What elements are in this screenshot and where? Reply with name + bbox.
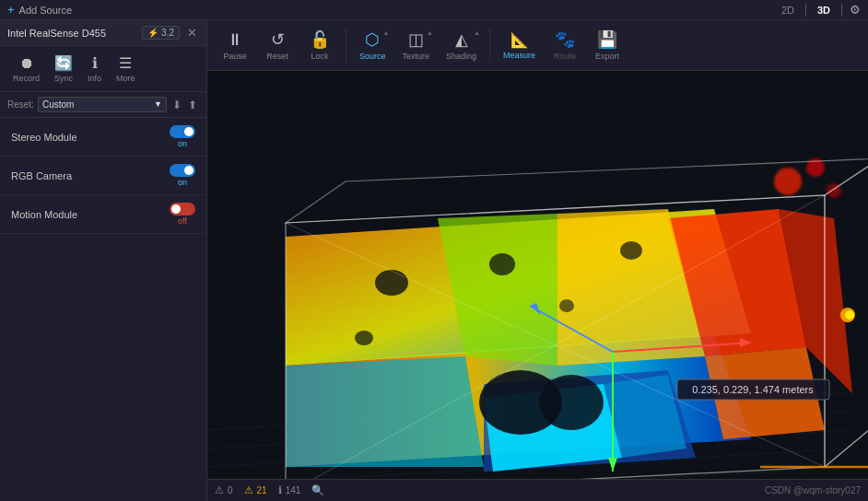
shading-button[interactable]: ◭ Shading ▲	[439, 26, 484, 64]
motion-module-item[interactable]: Motion Module off	[0, 195, 206, 234]
record-label: Record	[13, 74, 40, 83]
svg-text:0.235, 0.229, 1.474 meters: 0.235, 0.229, 1.474 meters	[692, 384, 814, 395]
pause-button[interactable]: ⏸ Pause	[215, 27, 255, 64]
device-bar: Intel RealSense D455 ⚡ 3.2 ✕	[0, 20, 206, 46]
rgb-toggle-track[interactable]	[170, 164, 195, 177]
measure-label: Measure	[503, 51, 535, 60]
btn-3d[interactable]: 3D	[814, 4, 834, 17]
shading-icon: ◭	[455, 29, 468, 50]
sync-icon: 🔄	[54, 54, 73, 72]
more-button[interactable]: ☰ More	[111, 52, 141, 86]
stereo-module-item[interactable]: Stereo Module on	[0, 118, 206, 157]
toolbar-sep-1	[346, 29, 346, 62]
export-label: Export	[595, 52, 619, 61]
svg-point-29	[559, 299, 574, 312]
rgb-module-name: RGB Camera	[11, 170, 170, 181]
device-name: Intel RealSense D455	[7, 28, 136, 39]
motion-toggle-label: off	[178, 216, 187, 226]
settings-icon[interactable]: ⚙	[850, 3, 861, 17]
info-label: Info	[88, 74, 101, 83]
route-button[interactable]: 🐾 Route	[545, 26, 585, 64]
svg-point-53	[845, 310, 854, 320]
preset-bar: Reset: Custom ▼ ⬇ ⬆	[0, 92, 206, 118]
info-button[interactable]: ℹ Info	[82, 52, 107, 86]
route-icon: 🐾	[555, 29, 575, 50]
export-button[interactable]: 💾 Export	[587, 26, 628, 64]
warning-icon-1: ⚠	[215, 484, 224, 496]
warning-zero-item: ⚠ 0	[215, 484, 233, 496]
texture-arrow-icon: ▲	[427, 29, 433, 36]
warning-21-count: 21	[257, 485, 267, 495]
preset-icons: ⬇ ⬆	[170, 98, 199, 112]
motion-toggle-knob	[171, 204, 181, 214]
svg-point-31	[539, 375, 604, 430]
lock-button[interactable]: 🔓 Lock	[299, 26, 340, 64]
app-title: + Add Source	[7, 3, 72, 17]
close-device-button[interactable]: ✕	[185, 26, 199, 40]
toolbar: ⏸ Pause ↺ Reset 🔓 Lock ⬡ Source ▲ ◫ Text…	[207, 20, 868, 71]
record-icon: ⏺	[19, 55, 34, 72]
warning-zero-count: 0	[228, 485, 233, 495]
info-circle-icon: ℹ	[278, 484, 282, 496]
stereo-toggle-track[interactable]	[170, 125, 195, 138]
preset-select[interactable]: Custom ▼	[38, 97, 167, 112]
search-item[interactable]: 🔍	[311, 484, 324, 496]
source-icon: ⬡	[365, 29, 380, 50]
top-bar: + Add Source 2D 3D ⚙	[0, 0, 868, 20]
preset-value: Custom	[42, 99, 74, 110]
stereo-toggle-knob	[184, 127, 194, 136]
stereo-toggle-label: on	[178, 139, 187, 148]
svg-point-26	[489, 253, 515, 275]
title-text: Add Source	[19, 5, 72, 16]
viewport: ⏸ Pause ↺ Reset 🔓 Lock ⬡ Source ▲ ◫ Text…	[207, 20, 868, 501]
svg-point-28	[620, 241, 642, 260]
info-141-count: 141	[286, 485, 301, 495]
warning-icon-2: ⚠	[244, 484, 253, 496]
svg-marker-17	[286, 356, 484, 467]
pause-icon: ⏸	[227, 30, 243, 50]
sidebar: Intel RealSense D455 ⚡ 3.2 ✕ ⏺ Record 🔄 …	[0, 20, 207, 501]
more-icon: ☰	[119, 54, 132, 72]
btn-2d[interactable]: 2D	[778, 4, 798, 17]
measure-icon: 📐	[510, 31, 529, 49]
sync-button[interactable]: 🔄 Sync	[49, 52, 78, 86]
source-button[interactable]: ⬡ Source ▲	[352, 26, 393, 64]
pause-label: Pause	[223, 52, 247, 61]
lock-icon: 🔓	[310, 29, 330, 50]
rgb-toggle[interactable]: on	[170, 164, 195, 187]
main-layout: Intel RealSense D455 ⚡ 3.2 ✕ ⏺ Record 🔄 …	[0, 20, 868, 501]
preset-label-text: Reset:	[7, 99, 34, 110]
stereo-toggle[interactable]: on	[170, 125, 195, 148]
info-icon: ℹ	[92, 54, 98, 72]
svg-point-25	[375, 270, 408, 296]
motion-toggle[interactable]: off	[170, 203, 195, 226]
texture-icon: ◫	[408, 29, 424, 50]
route-label: Route	[554, 52, 576, 61]
usb-version: ⚡ 3.2	[147, 28, 174, 38]
canvas-area[interactable]: 0.235, 0.229, 1.474 meters ⚠ 0 ⚠ 21 ℹ 14…	[207, 71, 868, 501]
warning-21-item: ⚠ 21	[244, 484, 267, 496]
measure-button[interactable]: 📐 Measure	[496, 28, 543, 64]
usb-badge: ⚡ 3.2	[142, 26, 180, 40]
reset-button[interactable]: ↺ Reset	[257, 26, 298, 64]
action-bar: ⏺ Record 🔄 Sync ℹ Info ☰ More	[0, 46, 206, 92]
reset-icon: ↺	[271, 29, 285, 50]
preset-download-icon[interactable]: ⬇	[170, 98, 183, 112]
source-arrow-icon: ▲	[383, 29, 390, 36]
divider	[805, 4, 806, 17]
search-icon[interactable]: 🔍	[311, 484, 324, 496]
rgb-module-item[interactable]: RGB Camera on	[0, 157, 206, 195]
svg-point-33	[774, 168, 802, 195]
stereo-module-name: Stereo Module	[11, 132, 170, 143]
record-button[interactable]: ⏺ Record	[7, 52, 45, 86]
divider2	[841, 4, 842, 17]
info-141-item: ℹ 141	[278, 484, 301, 496]
reset-label: Reset	[266, 52, 288, 61]
preset-upload-icon[interactable]: ⬆	[186, 98, 199, 112]
rgb-toggle-knob	[184, 166, 194, 175]
watermark: CSDN @wqm-story027	[765, 485, 861, 495]
texture-button[interactable]: ◫ Texture ▲	[395, 26, 438, 64]
toolbar-sep-2	[489, 29, 490, 62]
motion-toggle-track[interactable]	[170, 203, 195, 216]
motion-module-name: Motion Module	[11, 209, 170, 220]
